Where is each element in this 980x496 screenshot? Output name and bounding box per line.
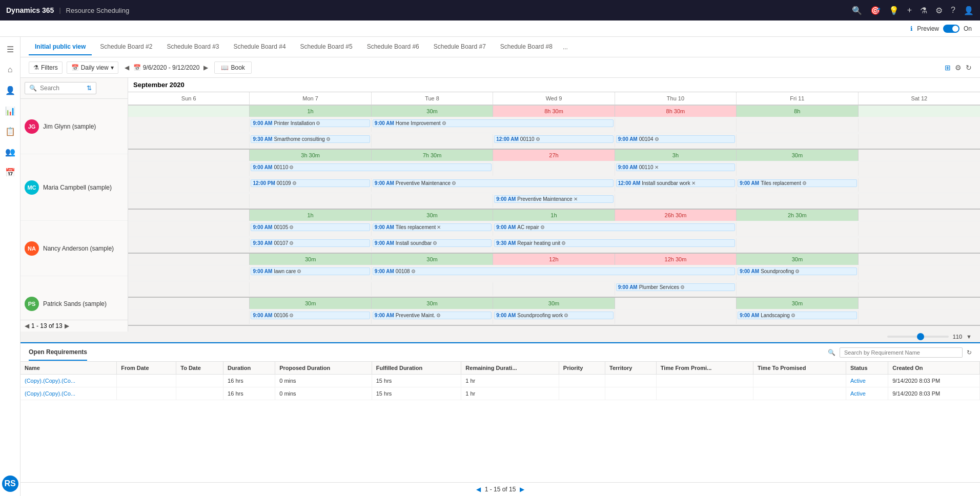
tab-schedule-board-6[interactable]: Schedule Board #6: [361, 39, 425, 55]
tab-schedule-board-8[interactable]: Schedule Board #8: [494, 39, 559, 55]
req-prop-2: 0 mins: [275, 387, 372, 400]
grid-view-icon[interactable]: ⊞: [945, 64, 951, 72]
requirement-search-input[interactable]: [844, 349, 958, 356]
na-events-row-1: 9:00 AM00105⚙ 9:00 AMTiles replacement✕ …: [128, 221, 980, 237]
event-jim-home-imp[interactable]: 9:00 AMHome Improvement⚙: [373, 119, 614, 127]
lightbulb-icon[interactable]: 💡: [889, 6, 899, 15]
requirement-search-box[interactable]: [840, 347, 963, 358]
req-created-2: 9/14/2020 8:03 PM: [888, 387, 980, 400]
event-pc-soundproof[interactable]: 9:00 AMSoundproofing work⚙: [494, 312, 613, 319]
filter-icon[interactable]: ⚗: [920, 6, 927, 15]
filters-label: Filters: [41, 64, 58, 71]
tabs-more[interactable]: ...: [561, 39, 570, 55]
sidebar-menu-icon[interactable]: ☰: [2, 41, 18, 57]
req-dur-1: 16 hrs: [223, 375, 275, 387]
day-col-fri: Fri 11: [737, 92, 858, 105]
event-jim-00104[interactable]: 9:00 AM00104⚙: [616, 135, 735, 143]
sidebar-chart-icon[interactable]: 📊: [2, 102, 18, 119]
mc-events-row-2: 12:00 PM00109⚙ 9:00 AMPreventive Mainten…: [128, 177, 980, 193]
event-na-repair-heat[interactable]: 9:30 AMRepair heating unit⚙: [494, 239, 735, 247]
next-req-page[interactable]: ▶: [520, 486, 524, 493]
tab-schedule-board-4[interactable]: Schedule Board #4: [228, 39, 292, 55]
event-mc-prev-maint-2[interactable]: 9:00 AMPreventive Maintenance✕: [494, 195, 613, 203]
filters-button[interactable]: ⚗ Filters: [29, 61, 63, 74]
event-jim-00110[interactable]: 12:00 AM00110⚙: [494, 135, 613, 143]
prev-req-page[interactable]: ◀: [476, 486, 481, 493]
col-priority: Priority: [559, 362, 605, 375]
next-resource-page[interactable]: ▶: [65, 322, 69, 329]
resource-search-box[interactable]: 🔍 ⇅: [25, 82, 96, 94]
sidebar-resources-icon[interactable]: 👥: [2, 143, 18, 160]
event-mc-00110-a[interactable]: 9:00 AM00110⚙: [251, 163, 492, 171]
search-icon[interactable]: 🔍: [852, 6, 862, 15]
col-name: Name: [21, 362, 117, 375]
event-na-ac[interactable]: 9:00 AMAC repair⚙: [494, 223, 735, 231]
req-status-2[interactable]: Active: [850, 390, 866, 397]
mc-events-row-3: 9:00 AMPreventive Maintenance✕: [128, 193, 980, 209]
hours-row-na: 1h 30m 1h 26h 30m 2h 30m: [128, 210, 980, 221]
event-jim-smarthome[interactable]: 9:30 AMSmarthome consulting⚙: [251, 135, 370, 143]
collapse-icon[interactable]: ▼: [966, 334, 972, 340]
tab-schedule-board-7[interactable]: Schedule Board #7: [427, 39, 492, 55]
settings-icon[interactable]: ⚙: [935, 6, 943, 15]
zoom-slider[interactable]: [887, 336, 949, 338]
sidebar-schedule-icon[interactable]: 📅: [2, 164, 18, 180]
event-mc-00109[interactable]: 12:00 PM00109⚙: [251, 179, 370, 187]
event-na-tiles[interactable]: 9:00 AMTiles replacement✕: [373, 223, 492, 231]
left-sidebar: ☰ ⌂ 👤 📊 📋 👥 📅 RS: [0, 37, 21, 496]
search-input[interactable]: [40, 85, 84, 92]
event-ps-00108[interactable]: 9:00 AM00108⚙: [373, 267, 735, 275]
sidebar-people-icon[interactable]: 👤: [2, 82, 18, 98]
req-name-1[interactable]: (Copy).(Copy).(Co...: [25, 378, 75, 384]
preview-on-label: On: [964, 25, 972, 32]
hours-row-pc: 30m 30m 30m 30m: [128, 298, 980, 309]
user-icon[interactable]: 👤: [964, 6, 974, 15]
sidebar-requirements-icon[interactable]: 📋: [2, 123, 18, 139]
req-name-2[interactable]: (Copy).(Copy).(Co...: [25, 390, 75, 397]
event-mc-tiles[interactable]: 9:00 AMTiles replacement⚙: [738, 179, 856, 187]
event-na-00107[interactable]: 9:30 AM00107⚙: [251, 239, 370, 247]
book-button[interactable]: 📖 Book: [214, 61, 251, 74]
refresh-icon[interactable]: ↻: [966, 64, 972, 72]
event-pc-00106[interactable]: 9:00 AM00106⚙: [251, 312, 370, 319]
event-na-soundbar[interactable]: 9:00 AMInstall soundbar⚙: [373, 239, 492, 247]
target-icon[interactable]: 🎯: [870, 6, 881, 15]
day-col-sun: Sun 6: [128, 92, 250, 105]
ps-events-row-2: 9:00 AMPlumber Services⚙: [128, 281, 980, 297]
avatar: NA: [25, 241, 39, 256]
refresh-req-icon[interactable]: ↻: [967, 349, 972, 356]
schedule-and-bottom: 🔍 ⇅ JG Jim Glynn (sample) MC: [21, 78, 980, 496]
tab-schedule-board-2[interactable]: Schedule Board #2: [94, 39, 158, 55]
tab-initial-public-view[interactable]: Initial public view: [29, 39, 92, 55]
day-col-wed: Wed 9: [493, 92, 615, 105]
req-status-1[interactable]: Active: [850, 378, 866, 384]
requirements-pagination: ◀ 1 - 15 of 15 ▶: [21, 482, 980, 496]
preview-toggle[interactable]: [943, 25, 959, 33]
event-ps-plumber[interactable]: 9:00 AMPlumber Services⚙: [616, 283, 735, 291]
plus-icon[interactable]: +: [907, 6, 912, 15]
event-pc-prev-maint[interactable]: 9:00 AMPreventive Maint.⚙: [373, 312, 492, 319]
req-ter-2: [605, 387, 657, 400]
settings-gear-icon[interactable]: ⚙: [955, 64, 962, 72]
sidebar-home-icon[interactable]: ⌂: [2, 61, 18, 78]
event-pc-landscape[interactable]: 9:00 AMLandscaping⚙: [738, 312, 856, 319]
main-content: Initial public view Schedule Board #2 Sc…: [21, 37, 980, 496]
help-icon[interactable]: ?: [951, 6, 955, 15]
event-mc-prev-maint[interactable]: 9:00 AMPreventive Maintenance⚙: [373, 179, 614, 187]
event-ps-lawn[interactable]: 9:00 AMlawn care⚙: [251, 267, 370, 275]
prev-date-button[interactable]: ◀: [122, 62, 131, 73]
event-mc-00110-x[interactable]: 9:00 AM00110✕: [616, 163, 735, 171]
tab-schedule-board-5[interactable]: Schedule Board #5: [294, 39, 359, 55]
tab-schedule-board-3[interactable]: Schedule Board #3: [160, 39, 225, 55]
daily-view-button[interactable]: 📅 Daily view ▾: [67, 61, 118, 74]
open-requirements-tab[interactable]: Open Requirements: [29, 344, 87, 361]
next-date-button[interactable]: ▶: [201, 62, 210, 73]
sort-icon[interactable]: ⇅: [87, 85, 92, 92]
event-mc-soundbar[interactable]: 12:00 AMInstall soundbar work✕: [616, 179, 735, 187]
event-ps-soundproof[interactable]: 9:00 AMSoundproofing⚙: [738, 267, 856, 275]
resource-section-pc: 30m 30m 30m 30m 9:00 AM00106⚙: [128, 298, 980, 326]
prev-resource-page[interactable]: ◀: [25, 322, 29, 329]
event-jim-printer[interactable]: 9:00 AMPrinter Installation⚙: [251, 119, 370, 127]
event-na-00105[interactable]: 9:00 AM00105⚙: [251, 223, 370, 231]
info-icon: ℹ: [910, 25, 913, 32]
